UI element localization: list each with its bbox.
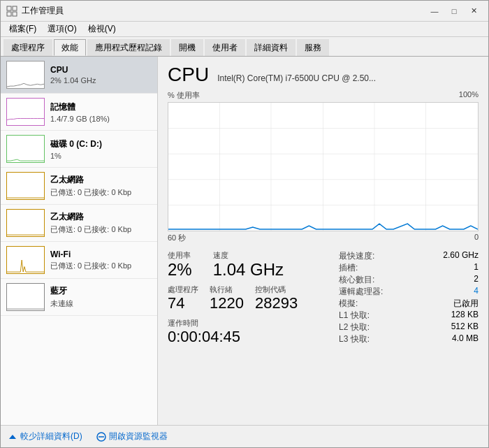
rs-l2: L2 快取: 512 KB xyxy=(339,321,479,333)
rs-cores-label: 核心數目: xyxy=(339,274,374,286)
bottom-bar: 較少詳細資料(D) 開啟資源監視器 xyxy=(1,425,488,447)
app-icon xyxy=(6,6,17,17)
rs-max-speed-value: 2.60 GHz xyxy=(443,250,479,262)
close-button[interactable]: ✕ xyxy=(465,4,483,18)
eth2-stat: 已傳送: 0 已接收: 0 Kbp xyxy=(50,224,152,235)
rs-virt-label: 模擬: xyxy=(339,298,358,310)
right-stats: 最快速度: 2.60 GHz 插槽: 1 核心數目: 2 邏輯處理器: 4 xyxy=(339,250,479,345)
rs-max-speed-label: 最快速度: xyxy=(339,250,374,262)
chart-time: 60 秒 0 xyxy=(168,233,479,243)
memory-thumbnail xyxy=(6,98,45,126)
rs-socket-label: 插槽: xyxy=(339,262,358,274)
rs-l3-value: 4.0 MB xyxy=(452,333,479,345)
usage-label: 使用率 xyxy=(168,250,192,261)
chart-y-max: 100% xyxy=(459,90,479,101)
memory-name: 記憶體 xyxy=(50,101,152,113)
cpu-stat: 2% 1.04 GHz xyxy=(50,76,152,85)
cpu-info: CPU 2% 1.04 GHz xyxy=(50,65,152,85)
sidebar-item-eth2[interactable]: 乙太網路 已傳送: 0 已接收: 0 Kbp xyxy=(1,205,157,242)
tab-startup[interactable]: 開機 xyxy=(171,39,203,56)
tab-processes[interactable]: 處理程序 xyxy=(3,39,52,56)
menu-options[interactable]: 選項(O) xyxy=(42,22,82,36)
process-block: 處理程序 74 xyxy=(168,284,198,312)
rs-l3: L3 快取: 4.0 MB xyxy=(339,333,479,345)
memory-stat: 1.4/7.9 GB (18%) xyxy=(50,115,152,123)
wifi-info: Wi-Fi 已傳送: 0 已接收: 0 Kbp xyxy=(50,250,152,271)
main-window: 工作管理員 — □ ✕ 檔案(F) 選項(O) 檢視(V) 處理程序 效能 應用… xyxy=(0,0,489,448)
eth1-thumbnail xyxy=(6,172,45,200)
wifi-name: Wi-Fi xyxy=(50,250,152,259)
process-label: 處理程序 xyxy=(168,284,198,295)
sidebar: CPU 2% 1.04 GHz 記憶體 1.4/7.9 GB (18%) xyxy=(1,57,158,425)
rs-l3-label: L3 快取: xyxy=(339,333,370,345)
tab-services[interactable]: 服務 xyxy=(297,39,329,56)
speed-block: 速度 1.04 GHz xyxy=(213,250,284,279)
sidebar-item-bluetooth[interactable]: 藍牙 未連線 xyxy=(1,279,157,316)
process-value: 74 xyxy=(168,295,198,312)
memory-info: 記憶體 1.4/7.9 GB (18%) xyxy=(50,101,152,123)
chart-x-right: 0 xyxy=(474,233,479,243)
cpu-chart xyxy=(168,102,479,231)
uptime-block: 運作時間 0:00:04:45 xyxy=(168,318,339,345)
eth2-thumbnail xyxy=(6,209,45,237)
wifi-thumbnail xyxy=(6,246,45,274)
panel-header: CPU Intel(R) Core(TM) i7-6500U CPU @ 2.5… xyxy=(168,64,479,86)
disk-stat: 1% xyxy=(50,152,152,160)
usage-block: 使用率 2% xyxy=(168,250,192,279)
maximize-button[interactable]: □ xyxy=(445,4,463,18)
rs-max-speed: 最快速度: 2.60 GHz xyxy=(339,250,479,262)
threads-label: 執行緒 xyxy=(210,284,244,295)
window-title: 工作管理員 xyxy=(22,5,64,17)
title-bar: 工作管理員 — □ ✕ xyxy=(1,1,488,22)
panel-subtitle: Intel(R) Core(TM) i7-6500U CPU @ 2.50... xyxy=(217,73,376,83)
sidebar-item-cpu[interactable]: CPU 2% 1.04 GHz xyxy=(1,57,157,94)
title-bar-left: 工作管理員 xyxy=(6,5,64,17)
bt-info: 藍牙 未連線 xyxy=(50,285,152,309)
handles-label: 控制代碼 xyxy=(255,284,298,295)
eth1-info: 乙太網路 已傳送: 0 已接收: 0 Kbp xyxy=(50,174,152,198)
disk-thumbnail xyxy=(6,135,45,163)
eth2-info: 乙太網路 已傳送: 0 已接收: 0 Kbp xyxy=(50,211,152,235)
chart-section: % 使用率 100% xyxy=(168,90,479,243)
rs-logical-label: 邏輯處理器: xyxy=(339,286,383,298)
sidebar-item-disk[interactable]: 磁碟 0 (C: D:) 1% xyxy=(1,131,157,168)
tab-performance[interactable]: 效能 xyxy=(54,39,86,56)
tabs-bar: 處理程序 效能 應用程式歷程記錄 開機 使用者 詳細資料 服務 xyxy=(1,37,488,57)
less-detail-link[interactable]: 較少詳細資料(D) xyxy=(8,431,82,442)
rs-cores-value: 2 xyxy=(474,274,479,286)
handles-value: 28293 xyxy=(255,295,298,312)
rs-l1-value: 128 KB xyxy=(451,310,479,321)
svg-rect-3 xyxy=(13,12,17,16)
tab-users[interactable]: 使用者 xyxy=(205,39,245,56)
disk-name: 磁碟 0 (C: D:) xyxy=(50,138,152,150)
sidebar-item-eth1[interactable]: 乙太網路 已傳送: 0 已接收: 0 Kbp xyxy=(1,168,157,205)
main-panel: CPU Intel(R) Core(TM) i7-6500U CPU @ 2.5… xyxy=(158,57,488,425)
handles-block: 控制代碼 28293 xyxy=(255,284,298,312)
no-entry-icon xyxy=(96,432,106,442)
menu-bar: 檔案(F) 選項(O) 檢視(V) xyxy=(1,22,488,37)
rs-virt-value: 已啟用 xyxy=(453,298,479,310)
rs-cores: 核心數目: 2 xyxy=(339,274,479,286)
svg-rect-1 xyxy=(13,6,17,10)
svg-marker-13 xyxy=(9,435,16,439)
bt-name: 藍牙 xyxy=(50,285,152,297)
svg-rect-2 xyxy=(7,12,11,16)
eth2-name: 乙太網路 xyxy=(50,211,152,223)
usage-value: 2% xyxy=(168,261,192,279)
threads-value: 1220 xyxy=(210,295,244,312)
tab-details[interactable]: 詳細資料 xyxy=(247,39,295,56)
uptime-value: 0:00:04:45 xyxy=(168,328,339,345)
sidebar-item-memory[interactable]: 記憶體 1.4/7.9 GB (18%) xyxy=(1,94,157,131)
minimize-button[interactable]: — xyxy=(425,4,444,18)
disk-info: 磁碟 0 (C: D:) 1% xyxy=(50,138,152,160)
open-monitor-link[interactable]: 開啟資源監視器 xyxy=(96,431,168,442)
chart-x-left: 60 秒 xyxy=(168,233,186,243)
menu-view[interactable]: 檢視(V) xyxy=(82,22,122,36)
sidebar-item-wifi[interactable]: Wi-Fi 已傳送: 0 已接收: 0 Kbp xyxy=(1,242,157,279)
eth1-stat: 已傳送: 0 已接收: 0 Kbp xyxy=(50,187,152,198)
cpu-thumbnail xyxy=(6,61,45,89)
menu-file[interactable]: 檔案(F) xyxy=(3,22,42,36)
tab-app-history[interactable]: 應用程式歷程記錄 xyxy=(87,39,170,56)
content-area: CPU 2% 1.04 GHz 記憶體 1.4/7.9 GB (18%) xyxy=(1,57,488,425)
speed-value: 1.04 GHz xyxy=(213,261,284,279)
